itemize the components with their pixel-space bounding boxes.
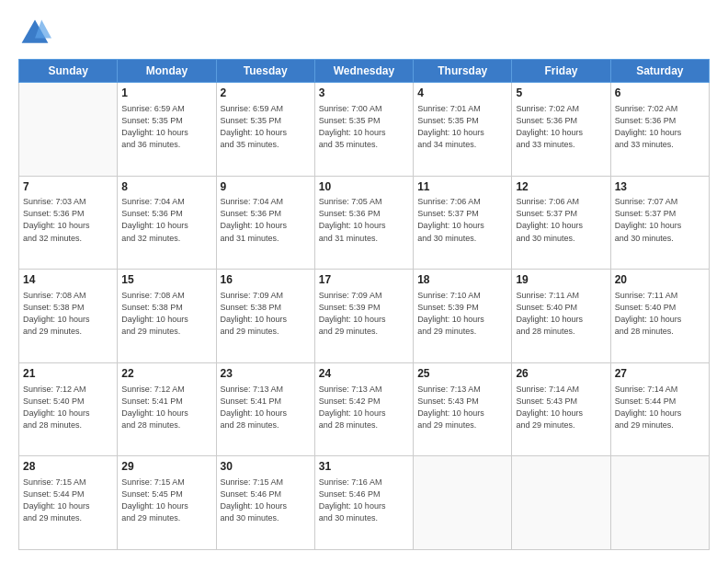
calendar-cell: 31Sunrise: 7:16 AM Sunset: 5:46 PM Dayli… — [314, 456, 413, 550]
day-info: Sunrise: 7:10 AM Sunset: 5:39 PM Dayligh… — [417, 290, 507, 338]
day-number: 28 — [23, 459, 113, 475]
calendar-cell: 17Sunrise: 7:09 AM Sunset: 5:39 PM Dayli… — [314, 270, 413, 363]
logo — [18, 17, 53, 50]
calendar-cell — [19, 83, 118, 177]
calendar-cell: 6Sunrise: 7:02 AM Sunset: 5:36 PM Daylig… — [610, 83, 709, 177]
day-number: 15 — [121, 272, 211, 288]
day-number: 5 — [516, 86, 606, 101]
day-number: 10 — [319, 179, 409, 195]
calendar-cell: 27Sunrise: 7:14 AM Sunset: 5:44 PM Dayli… — [610, 362, 709, 456]
day-number: 25 — [417, 366, 507, 382]
calendar-week-row: 14Sunrise: 7:08 AM Sunset: 5:38 PM Dayli… — [19, 270, 710, 363]
day-number: 18 — [417, 272, 507, 288]
calendar-cell: 11Sunrise: 7:06 AM Sunset: 5:37 PM Dayli… — [414, 176, 512, 270]
day-info: Sunrise: 7:06 AM Sunset: 5:37 PM Dayligh… — [516, 196, 606, 244]
calendar-cell: 15Sunrise: 7:08 AM Sunset: 5:38 PM Dayli… — [118, 270, 216, 363]
calendar-cell — [414, 456, 512, 550]
day-info: Sunrise: 7:15 AM Sunset: 5:46 PM Dayligh… — [221, 477, 311, 524]
day-info: Sunrise: 7:07 AM Sunset: 5:37 PM Dayligh… — [615, 196, 705, 244]
day-number: 14 — [23, 272, 113, 288]
day-info: Sunrise: 7:02 AM Sunset: 5:36 PM Dayligh… — [615, 103, 705, 151]
day-info: Sunrise: 7:01 AM Sunset: 5:35 PM Dayligh… — [417, 103, 507, 151]
calendar-cell: 26Sunrise: 7:14 AM Sunset: 5:43 PM Dayli… — [512, 362, 610, 456]
day-info: Sunrise: 7:14 AM Sunset: 5:43 PM Dayligh… — [516, 384, 606, 431]
weekday-header: Thursday — [414, 60, 512, 83]
calendar: SundayMondayTuesdayWednesdayThursdayFrid… — [18, 59, 710, 550]
day-info: Sunrise: 7:00 AM Sunset: 5:35 PM Dayligh… — [319, 103, 409, 151]
calendar-cell: 3Sunrise: 7:00 AM Sunset: 5:35 PM Daylig… — [314, 83, 413, 177]
calendar-cell: 18Sunrise: 7:10 AM Sunset: 5:39 PM Dayli… — [414, 270, 512, 363]
calendar-cell: 8Sunrise: 7:04 AM Sunset: 5:36 PM Daylig… — [118, 176, 216, 270]
day-info: Sunrise: 7:15 AM Sunset: 5:45 PM Dayligh… — [121, 477, 211, 524]
day-number: 27 — [615, 366, 705, 382]
day-info: Sunrise: 6:59 AM Sunset: 5:35 PM Dayligh… — [221, 103, 311, 151]
calendar-cell: 16Sunrise: 7:09 AM Sunset: 5:38 PM Dayli… — [216, 270, 314, 363]
day-number: 6 — [615, 86, 705, 101]
calendar-cell: 29Sunrise: 7:15 AM Sunset: 5:45 PM Dayli… — [118, 456, 216, 550]
weekday-header: Wednesday — [314, 60, 413, 83]
calendar-cell: 20Sunrise: 7:11 AM Sunset: 5:40 PM Dayli… — [610, 270, 709, 363]
calendar-cell: 19Sunrise: 7:11 AM Sunset: 5:40 PM Dayli… — [512, 270, 610, 363]
weekday-header: Saturday — [610, 60, 709, 83]
day-number: 20 — [615, 272, 705, 288]
calendar-cell: 23Sunrise: 7:13 AM Sunset: 5:41 PM Dayli… — [216, 362, 314, 456]
logo-icon — [18, 17, 51, 50]
day-number: 3 — [319, 86, 409, 101]
calendar-cell — [610, 456, 709, 550]
day-number: 23 — [221, 366, 311, 382]
day-number: 7 — [23, 179, 113, 195]
day-number: 12 — [516, 179, 606, 195]
day-number: 1 — [121, 86, 211, 101]
day-number: 2 — [221, 86, 311, 101]
day-info: Sunrise: 7:03 AM Sunset: 5:36 PM Dayligh… — [23, 196, 113, 244]
calendar-cell: 7Sunrise: 7:03 AM Sunset: 5:36 PM Daylig… — [19, 176, 118, 270]
calendar-cell: 25Sunrise: 7:13 AM Sunset: 5:43 PM Dayli… — [414, 362, 512, 456]
day-number: 22 — [121, 366, 211, 382]
day-info: Sunrise: 7:08 AM Sunset: 5:38 PM Dayligh… — [23, 290, 113, 338]
day-info: Sunrise: 7:12 AM Sunset: 5:41 PM Dayligh… — [121, 384, 211, 431]
day-number: 24 — [319, 366, 409, 382]
calendar-week-row: 1Sunrise: 6:59 AM Sunset: 5:35 PM Daylig… — [19, 83, 710, 177]
day-info: Sunrise: 7:08 AM Sunset: 5:38 PM Dayligh… — [121, 290, 211, 338]
day-info: Sunrise: 7:13 AM Sunset: 5:43 PM Dayligh… — [417, 384, 507, 431]
header — [18, 17, 710, 50]
calendar-cell: 22Sunrise: 7:12 AM Sunset: 5:41 PM Dayli… — [118, 362, 216, 456]
day-info: Sunrise: 7:06 AM Sunset: 5:37 PM Dayligh… — [417, 196, 507, 244]
day-info: Sunrise: 7:14 AM Sunset: 5:44 PM Dayligh… — [615, 384, 705, 431]
day-info: Sunrise: 7:09 AM Sunset: 5:39 PM Dayligh… — [319, 290, 409, 338]
day-info: Sunrise: 7:13 AM Sunset: 5:42 PM Dayligh… — [319, 384, 409, 431]
calendar-cell: 2Sunrise: 6:59 AM Sunset: 5:35 PM Daylig… — [216, 83, 314, 177]
weekday-header: Monday — [118, 60, 216, 83]
day-info: Sunrise: 7:04 AM Sunset: 5:36 PM Dayligh… — [221, 196, 311, 244]
weekday-header: Friday — [512, 60, 610, 83]
calendar-cell: 30Sunrise: 7:15 AM Sunset: 5:46 PM Dayli… — [216, 456, 314, 550]
calendar-cell — [512, 456, 610, 550]
day-info: Sunrise: 6:59 AM Sunset: 5:35 PM Dayligh… — [121, 103, 211, 151]
day-info: Sunrise: 7:15 AM Sunset: 5:44 PM Dayligh… — [23, 477, 113, 524]
day-number: 17 — [319, 272, 409, 288]
calendar-cell: 28Sunrise: 7:15 AM Sunset: 5:44 PM Dayli… — [19, 456, 118, 550]
page: SundayMondayTuesdayWednesdayThursdayFrid… — [0, 0, 728, 563]
calendar-cell: 5Sunrise: 7:02 AM Sunset: 5:36 PM Daylig… — [512, 83, 610, 177]
day-number: 16 — [221, 272, 311, 288]
weekday-header-row: SundayMondayTuesdayWednesdayThursdayFrid… — [19, 60, 710, 83]
calendar-cell: 9Sunrise: 7:04 AM Sunset: 5:36 PM Daylig… — [216, 176, 314, 270]
day-info: Sunrise: 7:09 AM Sunset: 5:38 PM Dayligh… — [221, 290, 311, 338]
day-info: Sunrise: 7:02 AM Sunset: 5:36 PM Dayligh… — [516, 103, 606, 151]
calendar-week-row: 7Sunrise: 7:03 AM Sunset: 5:36 PM Daylig… — [19, 176, 710, 270]
day-number: 9 — [221, 179, 311, 195]
calendar-cell: 10Sunrise: 7:05 AM Sunset: 5:36 PM Dayli… — [314, 176, 413, 270]
calendar-cell: 4Sunrise: 7:01 AM Sunset: 5:35 PM Daylig… — [414, 83, 512, 177]
calendar-week-row: 28Sunrise: 7:15 AM Sunset: 5:44 PM Dayli… — [19, 456, 710, 550]
day-number: 31 — [319, 459, 409, 475]
day-info: Sunrise: 7:04 AM Sunset: 5:36 PM Dayligh… — [121, 196, 211, 244]
day-info: Sunrise: 7:12 AM Sunset: 5:40 PM Dayligh… — [23, 384, 113, 431]
calendar-cell: 21Sunrise: 7:12 AM Sunset: 5:40 PM Dayli… — [19, 362, 118, 456]
calendar-cell: 24Sunrise: 7:13 AM Sunset: 5:42 PM Dayli… — [314, 362, 413, 456]
day-number: 19 — [516, 272, 606, 288]
calendar-cell: 13Sunrise: 7:07 AM Sunset: 5:37 PM Dayli… — [610, 176, 709, 270]
day-info: Sunrise: 7:16 AM Sunset: 5:46 PM Dayligh… — [319, 477, 409, 524]
day-number: 21 — [23, 366, 113, 382]
day-info: Sunrise: 7:11 AM Sunset: 5:40 PM Dayligh… — [516, 290, 606, 338]
day-number: 13 — [615, 179, 705, 195]
